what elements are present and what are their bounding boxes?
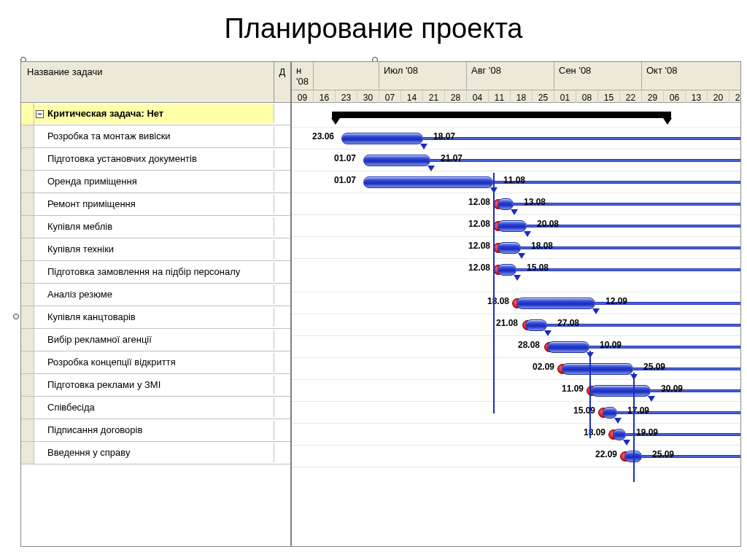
indicator-cell — [21, 216, 34, 238]
group-label[interactable]: −Критическая задача: Нет — [34, 104, 274, 123]
duration-cell — [274, 125, 290, 147]
task-name-cell[interactable]: Підготовка установчих документів — [34, 149, 274, 168]
task-row[interactable]: Ремонт приміщення — [21, 193, 290, 216]
task-name-cell[interactable]: Вибір рекламної агенції — [34, 330, 274, 349]
indicator-cell — [21, 397, 34, 419]
gantt-chart[interactable]: н '08Июл '08Авг '08Сен '08Окт '08 091623… — [292, 62, 740, 546]
task-row[interactable]: Оренда приміщення — [21, 171, 290, 193]
dependency-arrow-icon — [427, 166, 435, 171]
task-row[interactable]: Купівля техніки — [21, 238, 290, 261]
task-name-cell[interactable]: Підписання договорів — [34, 421, 274, 440]
indicator-cell — [21, 284, 34, 306]
task-group-row[interactable]: −Критическая задача: Нет — [21, 103, 290, 125]
task-row[interactable]: Аналіз резюме — [21, 284, 290, 306]
task-row[interactable]: Розробка та монтаж вивіски — [21, 125, 290, 148]
bar-start-date: 12.08 — [468, 197, 490, 207]
day-cell: 01 — [554, 90, 576, 103]
gantt-row: 11.0930.09 — [292, 380, 740, 402]
task-name-cell[interactable]: Введення у справу — [34, 443, 274, 462]
task-bar[interactable] — [516, 298, 595, 309]
dependency-line — [589, 351, 591, 438]
indicator-cell — [21, 171, 34, 192]
task-name-cell[interactable]: Аналіз резюме — [34, 285, 274, 304]
tracking-line — [430, 159, 740, 162]
task-bar[interactable] — [613, 429, 626, 440]
task-row[interactable]: Купівля канцтоварів — [21, 306, 290, 329]
day-cell: 16 — [314, 90, 336, 103]
group-text: Критическая задача: Нет — [47, 108, 163, 119]
timescale-months: н '08Июл '08Авг '08Сен '08Окт '08 — [292, 62, 740, 90]
dependency-arrow-icon — [544, 330, 551, 336]
bar-end-date: 18.07 — [433, 131, 455, 141]
task-row[interactable]: Розробка концепції відкриття — [21, 351, 290, 374]
gantt-row: 01.0711.08 — [292, 171, 740, 193]
task-row[interactable]: Співбесіда — [21, 397, 290, 419]
gantt-body[interactable]: 23.0618.0701.0721.0701.0711.0812.0813.08… — [292, 103, 740, 546]
bar-end-date: 27.08 — [557, 318, 579, 328]
task-row[interactable]: Купівля меблів — [21, 216, 290, 238]
bar-end-date: 25.09 — [652, 449, 674, 459]
task-bar[interactable] — [498, 264, 516, 276]
tracking-line — [423, 137, 740, 140]
indicator-cell — [21, 351, 34, 373]
task-name-cell[interactable]: Купівля техніки — [34, 240, 274, 259]
task-bar[interactable] — [363, 155, 430, 166]
day-cell: 23 — [336, 90, 357, 103]
bar-end-date: 25.09 — [643, 362, 665, 372]
task-name-cell[interactable]: Співбесіда — [34, 398, 274, 417]
task-name-cell[interactable]: Купівля канцтоварів — [34, 308, 274, 327]
task-bar[interactable] — [363, 176, 493, 188]
task-row[interactable]: Вибір рекламної агенції — [21, 329, 290, 351]
day-cell: 14 — [401, 90, 423, 103]
month-cell — [314, 62, 379, 90]
indicator-cell — [21, 103, 34, 125]
day-cell: 08 — [576, 90, 598, 103]
gantt-row: 12.0815.08 — [292, 259, 740, 292]
gantt-row: 12.0813.08 — [292, 193, 740, 215]
task-bar[interactable] — [603, 407, 617, 419]
duration-cell — [274, 306, 290, 328]
task-table-header: Название задачи Д — [21, 62, 290, 103]
task-bar[interactable] — [525, 319, 547, 331]
task-name-cell[interactable]: Ремонт приміщення — [34, 195, 274, 214]
task-bar[interactable] — [498, 242, 521, 254]
task-bar[interactable] — [341, 133, 423, 144]
column-header-name[interactable]: Название задачи — [21, 62, 274, 102]
dependency-arrow-icon — [648, 396, 655, 402]
task-table: Название задачи Д −Критическая задача: Н… — [21, 62, 292, 546]
indicator-cell — [21, 261, 34, 283]
duration-cell — [274, 216, 290, 238]
task-row[interactable]: Підготовка замовлення на підбір персонал… — [21, 261, 290, 284]
selection-handle[interactable] — [13, 314, 19, 319]
task-bar[interactable] — [547, 341, 589, 353]
day-cell: 22 — [620, 90, 642, 103]
task-bar[interactable] — [591, 385, 651, 397]
column-header-duration[interactable]: Д — [274, 62, 290, 102]
day-cell: 15 — [598, 90, 620, 103]
task-row[interactable]: Підписання договорів — [21, 419, 290, 442]
task-name-cell[interactable]: Підготовка реклами у ЗМІ — [34, 376, 274, 394]
task-name-cell[interactable]: Підготовка замовлення на підбір персонал… — [34, 262, 274, 281]
bar-end-date: 11.08 — [503, 175, 525, 185]
bar-start-date: 15.09 — [573, 405, 595, 416]
task-bar[interactable] — [498, 220, 527, 232]
task-bar[interactable] — [562, 363, 633, 375]
task-row[interactable]: Підготовка реклами у ЗМІ — [21, 374, 290, 397]
task-name-cell[interactable]: Розробка концепції відкриття — [34, 353, 274, 372]
task-name-cell[interactable]: Розробка та монтаж вивіски — [34, 127, 274, 146]
summary-bar[interactable] — [332, 112, 671, 118]
task-row[interactable]: Введення у справу — [21, 442, 290, 464]
day-cell: 29 — [642, 90, 664, 103]
day-cell: 18 — [511, 90, 533, 103]
day-cell: 07 — [379, 90, 401, 103]
task-row[interactable]: Підготовка установчих документів — [21, 148, 290, 171]
bar-start-date: 18.08 — [487, 296, 509, 306]
gantt-row: 01.0721.07 — [292, 149, 740, 171]
indicator-cell — [21, 306, 34, 328]
task-name-cell[interactable]: Оренда приміщення — [34, 172, 274, 191]
bar-start-date: 12.08 — [468, 262, 490, 273]
task-bar[interactable] — [498, 198, 514, 210]
duration-cell — [274, 193, 290, 215]
collapse-toggle-icon[interactable]: − — [36, 110, 44, 118]
task-name-cell[interactable]: Купівля меблів — [34, 217, 274, 236]
